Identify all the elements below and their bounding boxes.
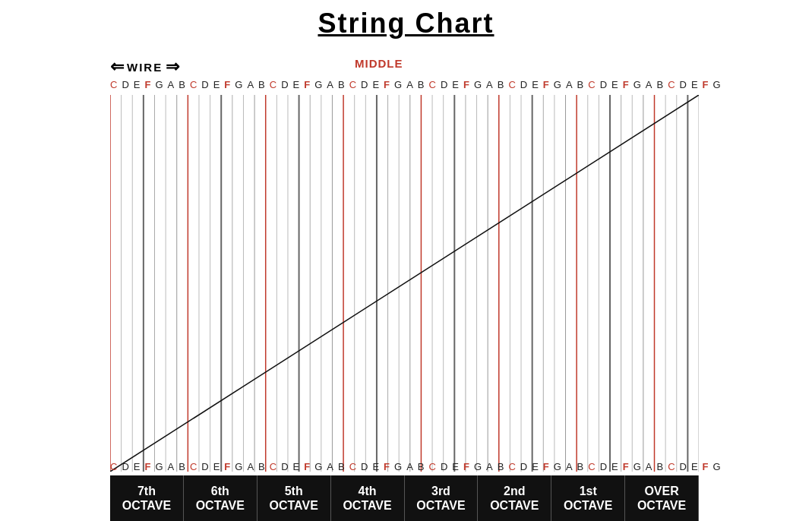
chart-area [110, 95, 699, 472]
middle-label: MIDDLE [355, 57, 403, 70]
arrow-right-icon: ⇒ [166, 57, 179, 77]
wire-text: WIRE [127, 61, 163, 74]
octave-label-1: 6thOCTAVE [184, 475, 258, 521]
octave-label-5: 2ndOCTAVE [478, 475, 551, 521]
octave-label-7: OVEROCTAVE [625, 475, 699, 521]
octave-label-0: 7thOCTAVE [110, 475, 184, 521]
octave-label-6: 1stOCTAVE [551, 475, 625, 521]
string-chart-svg [110, 95, 699, 472]
octave-label-4: 3rdOCTAVE [405, 475, 479, 521]
octave-label-3: 4thOCTAVE [331, 475, 405, 521]
notes-bottom-row: CDEFGABCDEFGABCDEFGABCDEFGABCDEFGABCDEFG… [110, 462, 721, 472]
notes-top-row: CDEFGABCDEFGABCDEFGABCDEFGABCDEFGABCDEFG… [110, 80, 721, 90]
arrow-left-icon: ⇐ [110, 57, 124, 77]
page-title: String Chart [0, 0, 812, 43]
octave-labels: 7thOCTAVE6thOCTAVE5thOCTAVE4thOCTAVE3rdO… [110, 475, 812, 521]
wire-label: ⇐ WIRE ⇒ [110, 57, 179, 77]
octave-label-2: 5thOCTAVE [258, 475, 331, 521]
